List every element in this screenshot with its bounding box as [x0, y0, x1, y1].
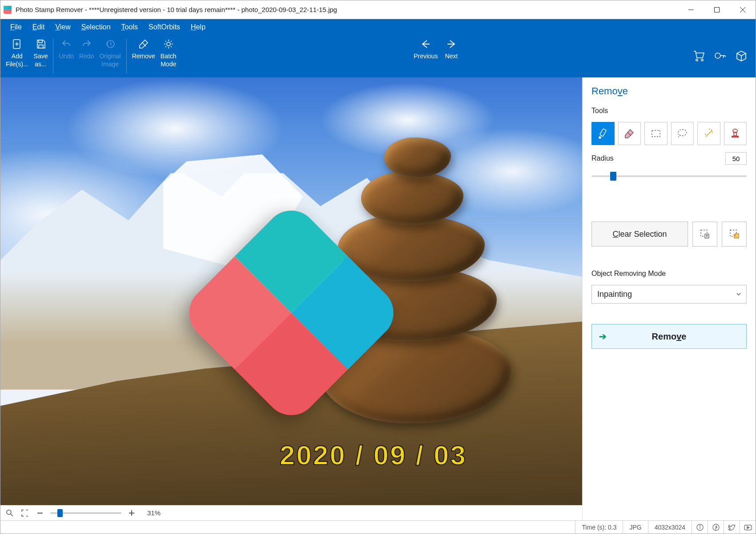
date-stamp-text: 2020 / 09 / 03 [280, 439, 467, 471]
side-panel: Remove Tools [582, 77, 756, 520]
svg-rect-26 [652, 130, 660, 137]
tools-section-label: Tools [591, 107, 747, 115]
panel-heading: Remove [591, 85, 747, 97]
arrow-right-icon [446, 38, 457, 50]
mode-select[interactable]: Inpainting [591, 285, 747, 303]
rectangle-select-icon [651, 128, 661, 139]
info-icon [696, 523, 704, 531]
toolbar-previous-button[interactable]: Previous [411, 35, 440, 62]
svg-rect-11 [39, 45, 43, 48]
window-maximize-button[interactable] [704, 0, 730, 19]
menu-tools[interactable]: Tools [116, 19, 143, 35]
window-minimize-button[interactable] [678, 0, 704, 19]
close-icon [740, 7, 746, 13]
menu-file[interactable]: File [5, 19, 27, 35]
window-close-button[interactable] [730, 0, 756, 19]
menu-help[interactable]: Help [185, 19, 211, 35]
lasso-icon [676, 128, 688, 139]
zoom-fit-button[interactable] [20, 508, 30, 518]
zoom-actual-size-button[interactable] [5, 508, 15, 518]
key-icon [714, 49, 726, 62]
toolbar-undo-button[interactable]: Undo [56, 35, 76, 77]
menu-selection[interactable]: Selection [76, 19, 116, 35]
toolbar-separator [126, 39, 127, 74]
toolbar-redo-button[interactable]: Redo [76, 35, 97, 77]
toolbar-package-button[interactable] [735, 49, 748, 63]
status-youtube-button[interactable] [740, 521, 756, 534]
canvas-area: 2020 / 09 / 03 [0, 77, 582, 520]
svg-rect-4 [715, 7, 720, 12]
menu-view[interactable]: View [50, 19, 76, 35]
history-icon [105, 39, 116, 49]
svg-rect-10 [39, 40, 42, 43]
tool-marker[interactable] [591, 122, 615, 145]
magnifier-icon [6, 509, 14, 517]
zoom-out-button[interactable] [35, 508, 45, 518]
marker-icon [597, 128, 609, 139]
app-icon [3, 5, 12, 14]
minus-icon [36, 510, 44, 517]
redo-icon [81, 39, 92, 49]
toolbar-separator [53, 39, 53, 74]
tool-lasso-select[interactable] [671, 122, 694, 145]
svg-point-34 [700, 525, 700, 526]
window-title: Photo Stamp Remover - ****Unregistered v… [16, 6, 678, 13]
menu-softorbits[interactable]: SoftOrbits [143, 19, 185, 35]
twitter-icon [728, 523, 736, 531]
toolbar-original-image-button[interactable]: Original Image [97, 35, 123, 77]
gear-icon [163, 38, 174, 50]
status-twitter-button[interactable] [724, 521, 740, 534]
image-canvas[interactable]: 2020 / 09 / 03 [0, 77, 582, 505]
toolbar-next-button[interactable]: Next [442, 35, 461, 62]
tool-magic-wand[interactable] [697, 122, 720, 145]
minimize-icon [688, 7, 694, 13]
svg-rect-23 [599, 129, 606, 137]
zoom-slider[interactable] [50, 509, 121, 517]
toolbar-batch-mode-button[interactable]: Batch Mode [158, 35, 179, 77]
toolbar-cart-button[interactable] [692, 49, 705, 63]
toolbar-key-button[interactable] [714, 49, 726, 63]
eraser-tool-icon [623, 128, 635, 139]
chevron-down-icon [736, 292, 741, 296]
save-icon [36, 39, 46, 49]
status-info-button[interactable] [692, 521, 708, 534]
radius-slider[interactable] [591, 172, 747, 181]
menubar: File Edit View Selection Tools SoftOrbit… [0, 19, 756, 35]
toolbar: Add File(s)... Save as... Undo Redo Orig… [0, 35, 756, 77]
svg-point-15 [696, 59, 698, 61]
tool-eraser[interactable] [618, 122, 641, 145]
zoom-in-button[interactable] [127, 508, 137, 518]
svg-line-13 [142, 43, 146, 46]
svg-point-14 [167, 42, 170, 46]
toolbar-add-files-button[interactable]: Add File(s)... [3, 35, 31, 77]
zoom-percent-label: 31% [147, 509, 161, 517]
load-selection-button[interactable] [722, 222, 747, 247]
facebook-icon [712, 523, 720, 531]
toolbar-save-as-button[interactable]: Save as... [31, 35, 51, 77]
menu-edit[interactable]: Edit [27, 19, 50, 35]
toolbar-remove-button[interactable]: Remove [129, 35, 158, 77]
status-facebook-button[interactable] [708, 521, 724, 534]
svg-rect-2 [8, 6, 12, 10]
mode-label: Object Removing Mode [591, 270, 747, 278]
box-icon [735, 49, 748, 62]
radius-input[interactable] [725, 152, 747, 165]
remove-action-button[interactable]: ➔ Remove [591, 324, 747, 349]
tool-clone-stamp[interactable] [724, 122, 747, 145]
zoom-bar: 31% [0, 505, 582, 520]
undo-icon [61, 39, 72, 49]
statusbar: Time (s): 0.3 JPG 4032x3024 [0, 520, 756, 534]
tool-rectangle-select[interactable] [644, 122, 668, 145]
arrow-right-icon: ➔ [599, 331, 607, 342]
plus-icon [128, 510, 135, 517]
add-file-icon [12, 39, 22, 49]
mode-select-value: Inpainting [597, 290, 632, 299]
cart-icon [692, 49, 705, 62]
status-time: Time (s): 0.3 [575, 521, 623, 534]
clear-selection-button[interactable]: Clear Selection [591, 222, 688, 247]
svg-rect-1 [4, 6, 8, 10]
load-selection-icon [729, 229, 740, 239]
save-selection-button[interactable] [692, 222, 717, 247]
stamp-icon [729, 128, 741, 139]
youtube-icon [744, 523, 752, 531]
